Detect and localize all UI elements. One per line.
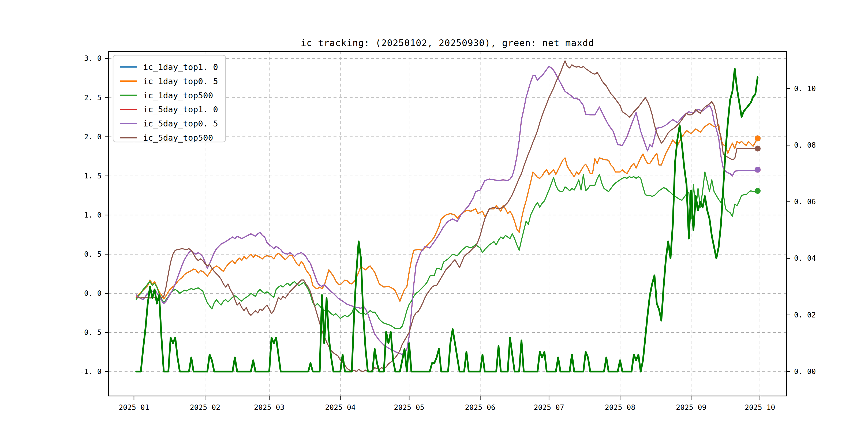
end-dot-ic_1day_top0.5	[755, 135, 761, 141]
figure-container: 3. 02. 52. 01. 51. 00. 50. 0-0. 5-1. 00.…	[0, 0, 868, 434]
right-tick-label: 0. 06	[794, 197, 816, 206]
left-tick-label: -1. 0	[80, 367, 101, 376]
right-tick-label: 0. 10	[794, 84, 816, 93]
legend-label: ic_5day_top500	[143, 133, 213, 143]
chart-title: ic tracking: (20250102, 20250930), green…	[301, 37, 594, 48]
x-tick-label: 2025-06	[465, 403, 496, 411]
x-tick-label: 2025-05	[394, 403, 424, 411]
x-tick-label: 2025-09	[676, 403, 707, 411]
x-tick-label: 2025-03	[254, 403, 284, 411]
left-tick-label: 2. 5	[84, 93, 101, 102]
end-dot-ic_1day_top500	[755, 188, 761, 194]
series-lines	[136, 61, 761, 372]
series-net_maxdd	[136, 69, 757, 372]
end-dot-ic_5day_top500	[755, 146, 761, 151]
legend: ic_1day_top1. 0ic_1day_top0. 5ic_1day_to…	[113, 55, 225, 143]
legend-label: ic_1day_top1. 0	[143, 62, 218, 72]
x-tick-label: 2025-04	[325, 403, 355, 411]
legend-label: ic_1day_top500	[143, 91, 213, 100]
left-tick-label: 1. 0	[84, 211, 101, 219]
x-tick-label: 2025-07	[534, 403, 564, 411]
legend-label: ic_1day_top0. 5	[143, 76, 218, 86]
left-tick-label: 0. 5	[84, 250, 101, 258]
series-ic_1day_top500	[136, 172, 757, 329]
x-tick-label: 2025-08	[605, 403, 636, 411]
series-ic_5day_top1.0	[136, 66, 757, 354]
left-tick-label: 2. 0	[84, 133, 101, 141]
x-tick-label: 2025-10	[745, 403, 775, 411]
left-tick-label: 0. 0	[84, 289, 101, 298]
chart-canvas: 3. 02. 52. 01. 51. 00. 50. 0-0. 5-1. 00.…	[0, 0, 868, 434]
series-ic_5day_top0.5	[136, 66, 757, 354]
legend-label: ic_5day_top1. 0	[143, 104, 218, 114]
legend-label: ic_5day_top0. 5	[143, 119, 218, 129]
x-tick-label: 2025-01	[119, 403, 149, 411]
right-tick-label: 0. 00	[794, 367, 816, 376]
series-ic_5day_top500	[136, 61, 757, 372]
right-tick-label: 0. 04	[794, 254, 816, 262]
right-tick-label: 0. 08	[794, 141, 816, 149]
x-tick-label: 2025-02	[190, 403, 220, 411]
left-tick-label: 1. 5	[84, 172, 101, 180]
left-tick-label: -0. 5	[80, 328, 101, 337]
right-tick-label: 0. 02	[794, 311, 816, 319]
left-tick-label: 3. 0	[84, 54, 101, 62]
end-dot-ic_5day_top0.5	[755, 167, 761, 173]
